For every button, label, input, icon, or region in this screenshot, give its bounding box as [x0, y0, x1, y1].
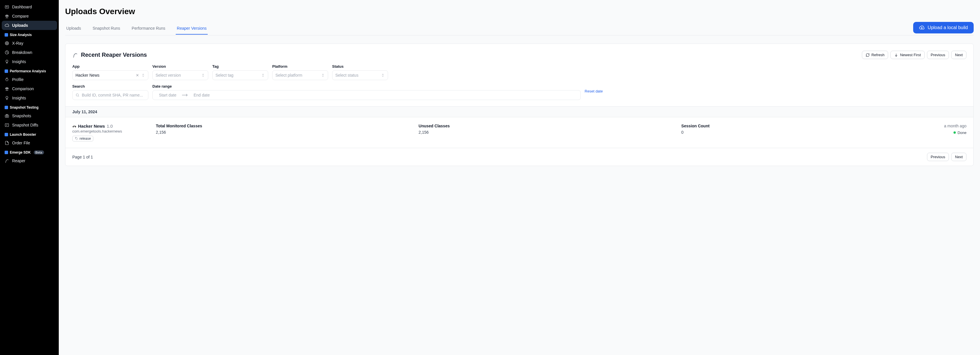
- reset-date-link[interactable]: Reset date: [585, 89, 966, 95]
- search-wrapper: [72, 90, 148, 100]
- reaper-icon: [5, 159, 9, 163]
- section-title: Snapshot Testing: [10, 105, 38, 110]
- svg-point-8: [76, 94, 78, 96]
- upload-local-build-button[interactable]: Upload a local build: [913, 22, 974, 33]
- sort-label: Newest First: [900, 53, 921, 57]
- sidebar-item-order-file[interactable]: Order File: [2, 138, 57, 148]
- reaper-icon: [72, 52, 78, 58]
- sidebar-item-profile[interactable]: Profile: [2, 75, 57, 84]
- monitored-value: 2,156: [156, 130, 418, 135]
- cloud-upload-icon: [919, 25, 925, 30]
- cloud-icon: [5, 23, 9, 28]
- sidebar-section-emerge-sdk: Emerge SDKBeta: [2, 148, 57, 156]
- tag-select[interactable]: Select tag: [212, 70, 268, 80]
- platform-select[interactable]: Select platform: [272, 70, 328, 80]
- section-title: Emerge SDK: [10, 150, 31, 154]
- sidebar-item-reaper[interactable]: Reaper: [2, 156, 57, 166]
- app-select[interactable]: Hacker News: [72, 70, 148, 80]
- previous-button-top[interactable]: Previous: [927, 51, 949, 59]
- pie-icon: [5, 50, 9, 55]
- svg-point-10: [75, 126, 75, 127]
- filter-version-label: Version: [153, 64, 208, 68]
- target-icon: [5, 41, 9, 46]
- page-info: Page 1 of 1: [72, 155, 93, 159]
- svg-point-3: [6, 43, 7, 43]
- sidebar-item-compare[interactable]: Compare: [2, 11, 57, 21]
- section-title: Launch Booster: [10, 132, 36, 137]
- panel-title: Recent Reaper Versions: [81, 52, 147, 58]
- section-marker-icon: [5, 133, 8, 136]
- refresh-button[interactable]: Refresh: [862, 51, 888, 59]
- arrow-down-icon: [894, 53, 898, 57]
- filter-row: App Hacker News Version Select version T…: [65, 59, 974, 80]
- row-status-label: Done: [958, 131, 966, 135]
- sidebar-item-breakdown[interactable]: Breakdown: [2, 48, 57, 57]
- start-date-input[interactable]: [156, 93, 179, 97]
- sidebar-item-comparison[interactable]: Comparison: [2, 84, 57, 93]
- session-value: 0: [681, 130, 944, 135]
- filter-version: Version Select version: [153, 64, 208, 80]
- refresh-icon: [865, 53, 870, 57]
- row-monitored: Total Monitored Classes 2,156: [156, 124, 418, 135]
- svg-point-6: [6, 115, 8, 117]
- filter-date-range: Date range: [153, 84, 581, 100]
- chevron-up-down-icon: [261, 73, 265, 77]
- filter-tag: Tag Select tag: [212, 64, 268, 80]
- unused-value: 2,156: [418, 130, 681, 135]
- sidebar-item-label: Compare: [12, 14, 29, 18]
- unused-label: Unused Classes: [418, 124, 681, 128]
- sidebar-item-snapshots[interactable]: Snapshots: [2, 111, 57, 121]
- search-input[interactable]: [82, 93, 145, 97]
- sort-button[interactable]: Newest First: [891, 51, 924, 59]
- tab-snapshot-runs[interactable]: Snapshot Runs: [91, 22, 121, 35]
- app-icon: [72, 125, 76, 127]
- tab-performance-runs[interactable]: Performance Runs: [130, 22, 167, 35]
- sidebar-item-x-ray[interactable]: X-Ray: [2, 38, 57, 48]
- filter-search: Search: [72, 84, 148, 100]
- version-select[interactable]: Select version: [153, 70, 208, 80]
- sidebar-item-label: Dashboard: [12, 5, 32, 9]
- filter-date-label: Date range: [153, 84, 581, 88]
- section-title: Performance Analysis: [10, 69, 46, 73]
- platform-placeholder: Select platform: [275, 73, 302, 78]
- sidebar-item-insights[interactable]: Insights: [2, 57, 57, 66]
- sidebar-item-uploads[interactable]: Uploads: [2, 21, 57, 30]
- section-marker-icon: [5, 151, 8, 154]
- balance-icon: [5, 86, 9, 91]
- chevron-up-down-icon: [381, 73, 385, 77]
- svg-rect-0: [5, 5, 9, 8]
- tab-reaper-versions[interactable]: Reaper Versions: [176, 22, 208, 35]
- date-group-header: July 11, 2024: [65, 106, 974, 117]
- previous-button-bottom[interactable]: Previous: [927, 153, 949, 161]
- next-button-bottom[interactable]: Next: [951, 153, 966, 161]
- sidebar-item-snapshot-diffs[interactable]: Snapshot Diffs: [2, 121, 57, 130]
- chevron-up-down-icon: [321, 73, 325, 77]
- refresh-label: Refresh: [872, 53, 885, 57]
- section-badge: Beta: [34, 150, 44, 154]
- row-app-name: Hacker News: [78, 124, 105, 129]
- filter-platform: Platform Select platform: [272, 64, 328, 80]
- page-title: Uploads Overview: [65, 7, 974, 16]
- status-select[interactable]: Select status: [332, 70, 388, 80]
- filter-platform-label: Platform: [272, 64, 328, 68]
- sidebar-item-label: Snapshots: [12, 113, 31, 118]
- sidebar-item-label: Breakdown: [12, 50, 32, 55]
- end-date-input[interactable]: [190, 93, 213, 97]
- row-sessions: Session Count 0: [681, 124, 944, 135]
- next-button-top[interactable]: Next: [951, 51, 966, 59]
- sidebar-item-label: Uploads: [12, 23, 28, 28]
- clear-app-icon[interactable]: [135, 73, 139, 77]
- sidebar-item-insights[interactable]: Insights: [2, 93, 57, 103]
- sidebar-section-size-analysis: Size Analysis: [2, 30, 57, 38]
- sidebar-item-dashboard[interactable]: Dashboard: [2, 2, 57, 11]
- svg-rect-7: [5, 124, 9, 127]
- row-unused: Unused Classes 2,156: [418, 124, 681, 135]
- reaper-version-row[interactable]: Hacker News 1.0 com.emergetools.hackerne…: [65, 117, 974, 148]
- sidebar: DashboardCompareUploads Size AnalysisX-R…: [0, 0, 59, 355]
- row-tag-label: release: [80, 137, 91, 141]
- row-app-version: 1.0: [107, 124, 113, 129]
- file-icon: [5, 141, 9, 145]
- tab-uploads[interactable]: Uploads: [65, 22, 82, 35]
- camera-icon: [5, 113, 9, 118]
- filter-row-2: Search Date range Reset date: [65, 80, 974, 106]
